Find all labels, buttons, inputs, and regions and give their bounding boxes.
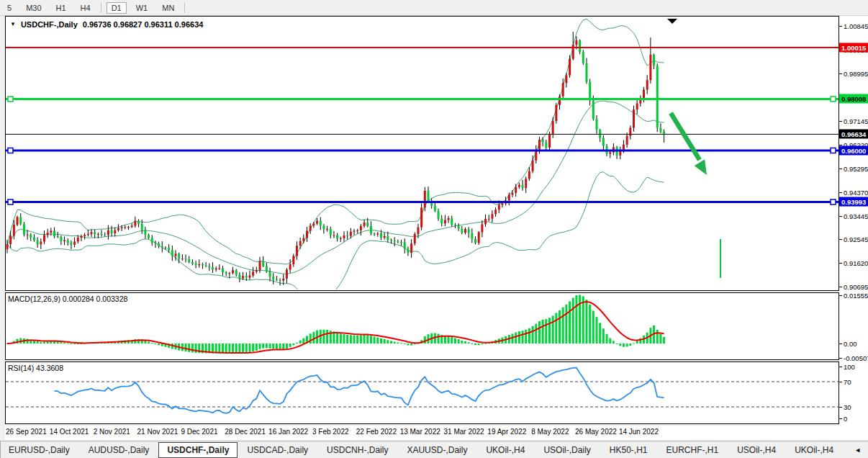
- date-label: 31 Mar 2022: [444, 428, 484, 436]
- rsi-label: RSI(14) 43.3608: [8, 364, 63, 372]
- price-tick-label: 0.95295: [844, 165, 868, 173]
- price-tick-label: 1.00845: [844, 22, 868, 30]
- price-tick: [839, 216, 842, 217]
- tab-audusd-daily[interactable]: AUDUSD-,Daily: [81, 442, 158, 458]
- price-badge-0.98008: 0.98008: [839, 94, 868, 104]
- timeframe-button-h1[interactable]: H1: [51, 3, 71, 13]
- tab-eurchf-h1[interactable]: EURCHF-,H1: [658, 442, 726, 458]
- macd-tick-label: 0.00: [844, 340, 857, 348]
- date-label: 26 Sep 2021: [6, 428, 47, 436]
- tab-eurusd-daily[interactable]: EURUSD-,Daily: [1, 442, 78, 458]
- price-tick-label: 0.92545: [844, 235, 868, 243]
- date-label: 3 Feb 2022: [312, 428, 349, 436]
- price-badge-0.93993: 0.93993: [839, 197, 868, 207]
- timeframe-button-w1[interactable]: W1: [131, 3, 153, 13]
- rsi-panel: [5, 362, 839, 424]
- date-label: 9 Dec 2021: [181, 428, 217, 436]
- date-label: 19 Apr 2022: [487, 428, 526, 436]
- rsi-tick-label: 30: [844, 403, 851, 411]
- mt4-workspace: { "toolbar": { "items": ["5","M30","H1",…: [0, 0, 868, 458]
- toolbar-separator: [184, 2, 185, 13]
- chart-ohlc-values: 0.96736 0.96827 0.96311 0.96634: [83, 20, 204, 29]
- macd-tick: [839, 295, 842, 296]
- date-label: 13 Mar 2022: [400, 428, 440, 436]
- date-label: 14 Jun 2022: [619, 428, 659, 436]
- price-tick: [839, 121, 842, 122]
- price-tick: [839, 192, 842, 193]
- price-badge-1.00015: 1.00015: [839, 42, 868, 52]
- date-label: 26 May 2022: [575, 428, 617, 436]
- macd-label: MACD(12,26,9) 0.000284 0.003328: [8, 295, 127, 303]
- rsi-tick: [839, 418, 842, 419]
- timeframe-button-m30[interactable]: M30: [21, 3, 46, 13]
- price-tick: [839, 239, 842, 240]
- rsi-tick: [839, 382, 842, 382]
- date-label: 14 Oct 2021: [50, 428, 89, 436]
- tabs-scroll-left-icon[interactable]: ◄: [854, 446, 861, 454]
- price-tick-label: 0.93445: [844, 212, 868, 220]
- macd-tick-label: -0.00507: [844, 354, 868, 362]
- macd-panel: [5, 292, 839, 360]
- price-tick: [839, 263, 842, 264]
- tab-hk50-h1[interactable]: HK50-,H1: [602, 442, 656, 458]
- price-badge-0.96634: 0.96634: [839, 130, 868, 139]
- chart-symbol-label: USDCHF-,Daily: [21, 20, 78, 29]
- price-tick: [839, 287, 842, 287]
- macd-tick: [839, 358, 842, 359]
- timeframe-button-h4[interactable]: H4: [76, 3, 96, 13]
- tab-usdcad-daily[interactable]: USDCAD-,Daily: [239, 442, 316, 458]
- price-badge-0.96000: 0.96000: [839, 146, 868, 156]
- chart-title: ▼ USDCHF-,Daily 0.96736 0.96827 0.96311 …: [10, 20, 203, 29]
- chart-tabs-bar: EURUSD-,DailyAUDUSD-,DailyUSDCHF-,DailyU…: [0, 441, 868, 458]
- date-label: 28 Dec 2021: [225, 428, 266, 436]
- price-tick-label: 0.91620: [844, 259, 868, 267]
- rsi-tick: [839, 407, 842, 408]
- timeframe-button-5[interactable]: 5: [2, 3, 17, 13]
- toolbar-separator: [101, 2, 101, 13]
- macd-tick-label: 0.01555: [844, 291, 868, 299]
- tab-usoil-daily[interactable]: USOil-,Daily: [535, 442, 598, 458]
- main-chart-panel: [5, 16, 839, 291]
- timeframe-button-mn[interactable]: MN: [157, 3, 179, 13]
- price-tick-label: 0.97145: [844, 117, 868, 125]
- price-tick: [839, 73, 842, 74]
- timeframe-toolbar: 5M30H1H4D1W1MN: [0, 0, 868, 16]
- collapse-chart-icon[interactable]: ▼: [10, 22, 16, 27]
- date-label: 2 Nov 2021: [94, 428, 130, 436]
- price-tick-label: 0.90695: [844, 282, 868, 290]
- rsi-tick-label: 0: [844, 415, 847, 423]
- date-label: 21 Nov 2021: [137, 428, 178, 436]
- rsi-tick-label: 100: [844, 363, 855, 371]
- price-tick: [839, 169, 842, 169]
- tab-usdchf-daily[interactable]: USDCHF-,Daily: [158, 442, 238, 458]
- macd-tick: [839, 344, 842, 344]
- tab-ukoil-h4[interactable]: UKOil-,H4: [787, 442, 841, 458]
- tab-usdcnh-daily[interactable]: USDCNH-,Daily: [319, 442, 396, 458]
- date-label: 8 May 2022: [531, 428, 569, 436]
- date-label: 16 Jan 2022: [268, 428, 308, 436]
- price-tick: [839, 26, 842, 27]
- tab-xauusd-daily[interactable]: XAUUSD-,Daily: [399, 442, 475, 458]
- tab-usoil-h4[interactable]: USOil-,H4: [729, 442, 784, 458]
- tab-ukoil-h4[interactable]: UKOil-,H4: [478, 442, 533, 458]
- price-tick-label: 0.94370: [844, 189, 868, 197]
- timeframe-button-d1[interactable]: D1: [107, 2, 127, 14]
- rsi-tick: [839, 367, 842, 367]
- rsi-tick-label: 70: [844, 378, 851, 386]
- price-tick-label: 0.98995: [844, 70, 868, 78]
- price-axis: [839, 16, 868, 440]
- date-label: 22 Feb 2022: [356, 428, 397, 436]
